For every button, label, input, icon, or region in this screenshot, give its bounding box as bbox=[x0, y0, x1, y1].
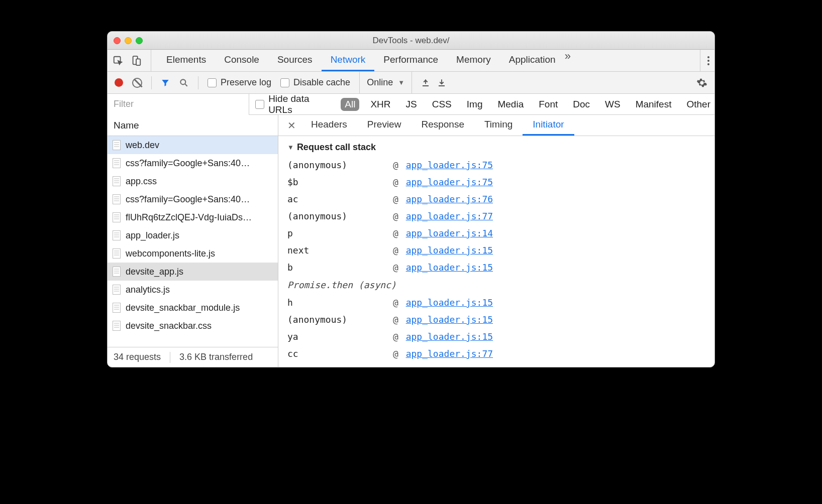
filter-type-xhr[interactable]: XHR bbox=[366, 98, 394, 111]
source-link[interactable]: app_loader.js:75 bbox=[406, 177, 493, 187]
settings-menu-icon[interactable] bbox=[707, 56, 709, 65]
stack-function: p bbox=[287, 225, 393, 242]
disable-cache-label: Disable cache bbox=[293, 77, 350, 88]
stack-frame: b@ app_loader.js:15 bbox=[287, 259, 705, 276]
document-icon bbox=[113, 194, 121, 204]
zoom-window-button[interactable] bbox=[136, 37, 143, 44]
source-link[interactable]: app_loader.js:77 bbox=[406, 211, 493, 221]
filter-type-js[interactable]: JS bbox=[402, 98, 421, 111]
request-name: devsite_snackbar.css bbox=[126, 321, 212, 331]
filter-type-all[interactable]: All bbox=[341, 98, 359, 111]
request-row[interactable]: devsite_app.js bbox=[108, 263, 278, 281]
disclosure-triangle-icon[interactable]: ▼ bbox=[287, 144, 294, 151]
filter-type-img[interactable]: Img bbox=[463, 98, 487, 111]
stack-frame: (anonymous)@ app_loader.js:77 bbox=[287, 208, 705, 225]
filter-toggle-icon[interactable] bbox=[161, 78, 170, 87]
close-window-button[interactable] bbox=[114, 37, 121, 44]
device-toggle-icon[interactable] bbox=[131, 55, 142, 66]
tab-network[interactable]: Network bbox=[322, 50, 375, 71]
detail-tab-response[interactable]: Response bbox=[411, 115, 474, 136]
request-detail-pane: ✕ HeadersPreviewResponseTimingInitiator … bbox=[278, 115, 714, 367]
request-row[interactable]: devsite_snackbar_module.js bbox=[108, 299, 278, 317]
request-count: 34 requests bbox=[114, 352, 161, 362]
document-icon bbox=[113, 285, 121, 295]
throttling-value: Online bbox=[367, 77, 393, 88]
export-har-icon[interactable] bbox=[437, 78, 446, 87]
name-column-header[interactable]: Name bbox=[108, 115, 278, 136]
stack-frame: (anonymous)@ app_loader.js:15 bbox=[287, 311, 705, 328]
request-name: app_loader.js bbox=[126, 230, 179, 241]
filter-type-css[interactable]: CSS bbox=[428, 98, 456, 111]
document-icon bbox=[113, 230, 121, 240]
filter-type-doc[interactable]: Doc bbox=[569, 98, 594, 111]
request-row[interactable]: css?family=Google+Sans:40… bbox=[108, 154, 278, 172]
request-row[interactable]: app.css bbox=[108, 172, 278, 190]
detail-tab-strip: ✕ HeadersPreviewResponseTimingInitiator bbox=[278, 115, 714, 136]
filter-type-media[interactable]: Media bbox=[493, 98, 528, 111]
tab-sources[interactable]: Sources bbox=[268, 50, 322, 71]
tab-application[interactable]: Application bbox=[500, 50, 565, 71]
tab-memory[interactable]: Memory bbox=[447, 50, 500, 71]
detail-tab-preview[interactable]: Preview bbox=[357, 115, 412, 136]
filter-type-ws[interactable]: WS bbox=[601, 98, 625, 111]
filter-bar: Hide data URLs AllXHRJSCSSImgMediaFontDo… bbox=[108, 94, 714, 115]
record-button[interactable] bbox=[115, 78, 123, 87]
source-link[interactable]: app_loader.js:75 bbox=[406, 160, 493, 170]
close-detail-icon[interactable]: ✕ bbox=[282, 115, 301, 136]
search-icon[interactable] bbox=[179, 78, 189, 88]
at-symbol: @ bbox=[393, 228, 404, 238]
source-link[interactable]: app_loader.js:14 bbox=[406, 228, 493, 238]
filter-type-font[interactable]: Font bbox=[535, 98, 562, 111]
source-link[interactable]: app_loader.js:15 bbox=[406, 262, 493, 273]
document-icon bbox=[113, 158, 121, 168]
network-settings-icon[interactable] bbox=[696, 77, 707, 88]
preserve-log-checkbox[interactable]: Preserve log bbox=[208, 77, 271, 88]
throttling-select[interactable]: Online ▼ bbox=[359, 72, 412, 93]
document-icon bbox=[113, 321, 121, 331]
source-link[interactable]: app_loader.js:15 bbox=[406, 297, 493, 308]
stack-function: $b bbox=[287, 174, 393, 191]
source-link[interactable]: app_loader.js:77 bbox=[406, 348, 493, 359]
source-link[interactable]: app_loader.js:15 bbox=[406, 245, 493, 256]
filter-type-other[interactable]: Other bbox=[682, 98, 714, 111]
hide-data-urls-label: Hide data URLs bbox=[268, 93, 335, 115]
filter-input[interactable] bbox=[108, 94, 249, 115]
request-row[interactable]: web.dev bbox=[108, 136, 278, 154]
source-link[interactable]: app_loader.js:76 bbox=[406, 194, 493, 204]
request-row[interactable]: devsite_snackbar.css bbox=[108, 317, 278, 335]
more-tabs-icon[interactable]: » bbox=[565, 50, 571, 71]
request-row[interactable]: analytics.js bbox=[108, 281, 278, 299]
at-symbol: @ bbox=[393, 297, 404, 308]
request-name: devsite_snackbar_module.js bbox=[126, 303, 240, 313]
at-symbol: @ bbox=[393, 245, 404, 256]
at-symbol: @ bbox=[393, 262, 404, 273]
import-har-icon[interactable] bbox=[421, 78, 430, 87]
minimize-window-button[interactable] bbox=[125, 37, 132, 44]
stack-frame: (anonymous)@ app_loader.js:75 bbox=[287, 157, 705, 174]
detail-tab-headers[interactable]: Headers bbox=[301, 115, 357, 136]
filter-type-manifest[interactable]: Manifest bbox=[632, 98, 676, 111]
detail-tab-timing[interactable]: Timing bbox=[474, 115, 523, 136]
clear-button[interactable] bbox=[132, 78, 142, 88]
tab-elements[interactable]: Elements bbox=[157, 50, 215, 71]
stack-frame: h@ app_loader.js:15 bbox=[287, 294, 705, 311]
stack-function: b bbox=[287, 259, 393, 276]
stack-function: (anonymous) bbox=[287, 311, 393, 328]
source-link[interactable]: app_loader.js:15 bbox=[406, 331, 493, 342]
request-row[interactable]: webcomponents-lite.js bbox=[108, 244, 278, 263]
tab-performance[interactable]: Performance bbox=[374, 50, 447, 71]
tab-console[interactable]: Console bbox=[215, 50, 268, 71]
inspect-element-icon[interactable] bbox=[113, 55, 124, 66]
hide-data-urls-checkbox[interactable]: Hide data URLs bbox=[255, 93, 335, 115]
document-icon bbox=[113, 248, 121, 259]
titlebar: DevTools - web.dev/ bbox=[108, 32, 714, 50]
request-row[interactable]: flUhRq6tzZclQEJ-Vdg-IuiaDs… bbox=[108, 208, 278, 226]
devtools-window: DevTools - web.dev/ ElementsConsoleSourc… bbox=[107, 31, 715, 367]
request-row[interactable]: app_loader.js bbox=[108, 226, 278, 244]
detail-tab-initiator[interactable]: Initiator bbox=[523, 115, 574, 136]
request-row[interactable]: css?family=Google+Sans:40… bbox=[108, 190, 278, 208]
source-link[interactable]: app_loader.js:15 bbox=[406, 314, 493, 325]
at-symbol: @ bbox=[393, 211, 404, 221]
disable-cache-checkbox[interactable]: Disable cache bbox=[280, 77, 350, 88]
svg-rect-2 bbox=[136, 59, 140, 65]
